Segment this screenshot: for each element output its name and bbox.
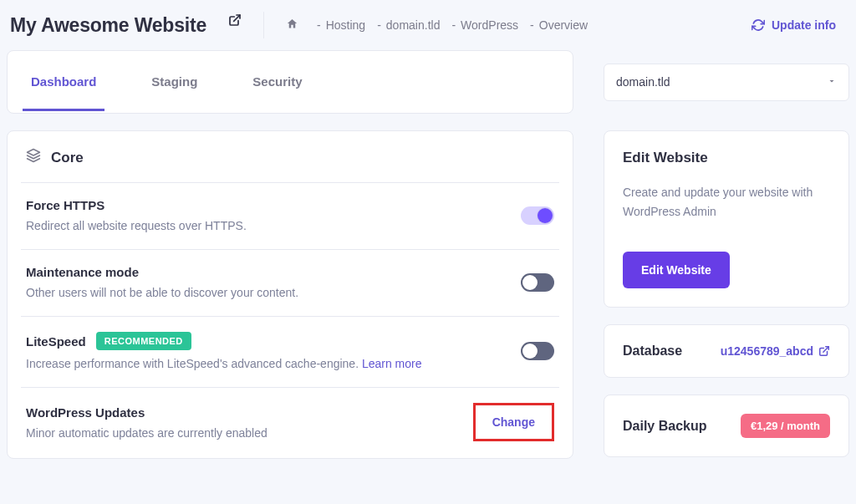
backup-price-chip[interactable]: €1,29 / month — [741, 414, 830, 438]
svg-line-2 — [823, 347, 828, 352]
home-icon[interactable] — [286, 18, 298, 33]
breadcrumb-item[interactable]: domain.tld — [372, 18, 440, 32]
litespeed-toggle[interactable] — [521, 342, 554, 360]
force-https-title: Force HTTPS — [26, 198, 521, 212]
svg-marker-1 — [28, 150, 40, 156]
force-https-desc: Redirect all website requests over HTTPS… — [26, 219, 521, 232]
svg-line-0 — [234, 15, 240, 21]
force-https-toggle[interactable] — [521, 206, 554, 225]
maintenance-desc: Other users will not be able to discover… — [26, 286, 521, 299]
maintenance-toggle[interactable] — [521, 273, 554, 292]
refresh-icon — [752, 18, 765, 32]
backup-label: Daily Backup — [623, 419, 706, 434]
recommended-badge: RECOMMENDED — [96, 332, 191, 350]
edit-website-button[interactable]: Edit Website — [623, 252, 730, 288]
update-info-label: Update info — [772, 18, 836, 32]
learn-more-link[interactable]: Learn more — [362, 357, 422, 370]
row-wp-updates: WordPress Updates Minor automatic update… — [21, 387, 559, 458]
domain-select-value: domain.tld — [616, 75, 670, 89]
external-link-icon[interactable] — [228, 13, 242, 30]
wp-updates-title: WordPress Updates — [26, 405, 473, 420]
breadcrumb-item[interactable]: Hosting — [312, 18, 365, 32]
row-litespeed: LiteSpeed RECOMMENDED Increase performan… — [21, 316, 559, 387]
litespeed-desc: Increase performance with LiteSpeed's ad… — [26, 357, 521, 370]
core-title: Core — [51, 150, 84, 166]
litespeed-title: LiteSpeed — [26, 334, 86, 349]
database-panel: Database u12456789_abcd — [604, 324, 849, 378]
divider — [263, 12, 264, 38]
row-force-https: Force HTTPS Redirect all website request… — [21, 182, 559, 249]
breadcrumb: Hosting domain.tld WordPress Overview — [286, 18, 588, 33]
update-info-button[interactable]: Update info — [752, 18, 844, 32]
change-button[interactable]: Change — [473, 403, 554, 441]
wp-updates-desc: Minor automatic updates are currently en… — [26, 426, 473, 440]
layers-icon — [26, 148, 41, 167]
tabs-card: Dashboard Staging Security — [7, 50, 573, 114]
tab-security[interactable]: Security — [244, 53, 310, 111]
external-link-icon — [818, 345, 830, 357]
maintenance-title: Maintenance mode — [26, 265, 521, 279]
tab-staging[interactable]: Staging — [143, 53, 206, 111]
breadcrumb-item[interactable]: Overview — [525, 18, 588, 32]
core-panel-header: Core — [21, 131, 559, 182]
edit-website-desc: Create and update your website with Word… — [623, 183, 830, 221]
chevron-down-icon — [827, 75, 837, 89]
breadcrumb-item[interactable]: WordPress — [446, 18, 518, 32]
top-bar: My Awesome Website Hosting domain.tld Wo… — [0, 0, 856, 50]
backup-panel: Daily Backup €1,29 / month — [604, 395, 849, 457]
database-label: Database — [623, 344, 682, 359]
site-title: My Awesome Website — [10, 14, 206, 37]
database-value-link[interactable]: u12456789_abcd — [721, 344, 830, 358]
domain-select[interactable]: domain.tld — [604, 64, 849, 101]
row-maintenance: Maintenance mode Other users will not be… — [21, 249, 559, 316]
tab-dashboard[interactable]: Dashboard — [23, 53, 104, 111]
core-panel: Core Force HTTPS Redirect all website re… — [7, 130, 573, 459]
edit-website-title: Edit Website — [623, 150, 830, 166]
edit-website-panel: Edit Website Create and update your webs… — [604, 130, 849, 308]
